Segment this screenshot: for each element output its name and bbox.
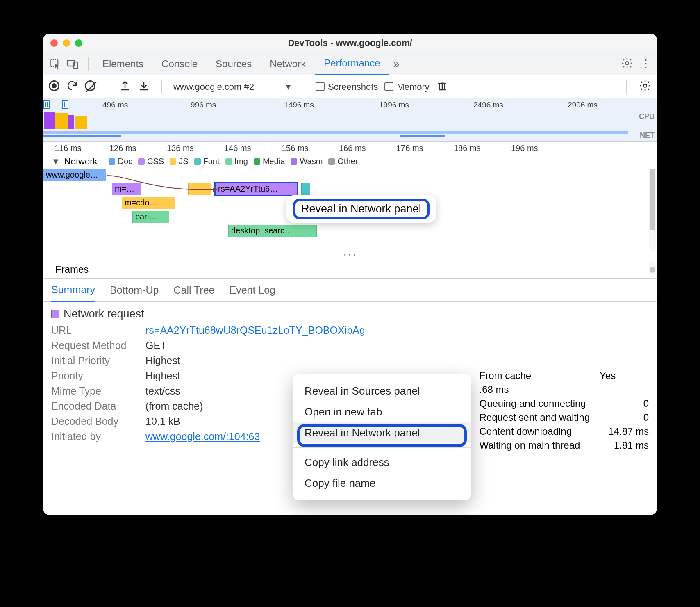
- kebab-menu-icon[interactable]: ⋮: [641, 57, 651, 70]
- request-bar-doc[interactable]: www.google…: [43, 169, 106, 181]
- request-bar-css[interactable]: m=…: [112, 183, 141, 195]
- initiated-by-link[interactable]: www.google.com/:104:63: [145, 431, 260, 442]
- subtab-call-tree[interactable]: Call Tree: [173, 279, 214, 302]
- record-button[interactable]: [49, 80, 59, 94]
- pane-resizer[interactable]: • • •: [43, 251, 657, 260]
- memory-checkbox[interactable]: Memory: [384, 82, 429, 92]
- initial-priority-label: Initial Priority: [51, 355, 145, 367]
- time-ruler[interactable]: 116 ms 126 ms 136 ms 146 ms 156 ms 166 m…: [43, 142, 657, 154]
- tab-performance[interactable]: Performance: [315, 52, 389, 75]
- timing-val: 1.81 ms: [600, 440, 649, 451]
- request-bar-css-selected[interactable]: rs=AA2YrTtu6…: [215, 183, 297, 195]
- ctx-reveal-sources[interactable]: Reveal in Sources panel: [293, 381, 471, 402]
- url-link[interactable]: rs=AA2YrTtu68wU8rQSEu1zLoTY_BOBOXibAg: [145, 324, 365, 336]
- timing-key: Content downloading: [479, 426, 590, 437]
- ruler-tick: 116 ms: [55, 144, 82, 153]
- ctx-separator: [293, 447, 471, 448]
- performance-toolbar: www.google.com #2 Screenshots Memory: [43, 75, 657, 98]
- overview-cpu-chart: [43, 110, 628, 137]
- divider: [304, 80, 304, 94]
- request-bar-js[interactable]: [188, 183, 211, 195]
- inspect-icon[interactable]: [49, 57, 62, 71]
- request-bar-font[interactable]: [301, 183, 310, 195]
- device-toggle-icon[interactable]: [66, 57, 79, 71]
- request-bar-img[interactable]: desktop_searc…: [228, 225, 317, 237]
- legend-label: Img: [234, 157, 248, 166]
- timing-val: 14.87 ms: [600, 426, 649, 437]
- subtab-summary[interactable]: Summary: [51, 279, 95, 302]
- clear-button[interactable]: [85, 80, 95, 94]
- summary-title: Network request: [64, 308, 144, 320]
- request-bar-js[interactable]: m=cdo…: [122, 197, 175, 209]
- initial-priority-value: Highest: [145, 355, 649, 367]
- network-track-header[interactable]: ▼ Network Doc CSS JS Font Img Media Wasm…: [43, 154, 657, 169]
- hover-tooltip: Reveal in Network panel: [286, 195, 436, 223]
- devtools-window: DevTools - www.google.com/ Elements Cons…: [43, 34, 657, 515]
- timing-val: 0: [600, 412, 649, 423]
- overview-tick: 996 ms: [191, 100, 216, 110]
- ctx-copy-filename[interactable]: Copy file name: [293, 473, 471, 494]
- range-handle-left[interactable]: [43, 100, 50, 109]
- request-bar-img[interactable]: pari…: [132, 211, 169, 223]
- legend-label: Wasm: [300, 157, 323, 166]
- overview-net-label: NET: [640, 131, 655, 140]
- ruler-tick: 126 ms: [109, 144, 136, 153]
- ruler-tick: 196 ms: [511, 144, 538, 153]
- zoom-dot[interactable]: [75, 39, 82, 47]
- panel-settings-gear-icon[interactable]: [639, 80, 651, 94]
- flame-scrollbar[interactable]: [649, 169, 656, 251]
- divider: [88, 57, 89, 71]
- scroll-thumb[interactable]: [650, 169, 655, 230]
- network-flame-chart[interactable]: www.google… m=… m=cdo… pari… rs=AA2YrTtu…: [43, 169, 657, 251]
- ctx-open-new-tab[interactable]: Open in new tab: [293, 402, 471, 422]
- ruler-tick: 186 ms: [454, 144, 481, 153]
- overview-tick: 2996 ms: [568, 100, 598, 110]
- method-label: Request Method: [51, 340, 145, 351]
- tab-sources[interactable]: Sources: [207, 52, 261, 75]
- range-handle-right[interactable]: [62, 100, 68, 109]
- timeline-overview[interactable]: 496 ms 996 ms 1496 ms 1996 ms 2496 ms 29…: [43, 98, 657, 142]
- traffic-lights: [50, 39, 82, 47]
- ctx-copy-link[interactable]: Copy link address: [293, 452, 471, 473]
- mime-label: Mime Type: [51, 385, 145, 397]
- tooltip-text: Reveal in Network panel: [301, 203, 421, 215]
- legend-label: Doc: [118, 157, 132, 166]
- priority-label: Priority: [51, 370, 145, 382]
- tab-network[interactable]: Network: [261, 52, 315, 75]
- close-dot[interactable]: [50, 39, 58, 47]
- legend-label: CSS: [147, 157, 164, 166]
- minimize-dot[interactable]: [63, 39, 70, 47]
- timing-key: Queuing and connecting: [479, 398, 590, 409]
- from-cache-label: From cache: [479, 370, 590, 381]
- screenshots-label: Screenshots: [328, 82, 378, 92]
- decoded-label: Decoded Body: [51, 415, 145, 427]
- memory-label: Memory: [397, 82, 429, 92]
- subtab-bottom-up[interactable]: Bottom-Up: [110, 279, 159, 302]
- more-tabs-icon[interactable]: »: [393, 57, 400, 71]
- recording-selector[interactable]: www.google.com #2: [173, 82, 292, 92]
- tab-elements[interactable]: Elements: [93, 52, 152, 75]
- subtab-event-log[interactable]: Event Log: [230, 279, 276, 302]
- method-value: GET: [145, 340, 649, 351]
- window-title: DevTools - www.google.com/: [288, 38, 412, 48]
- collect-garbage-icon[interactable]: [436, 80, 448, 94]
- tab-console[interactable]: Console: [152, 52, 207, 75]
- url-label: URL: [51, 324, 145, 336]
- collapse-arrow-icon[interactable]: ▼: [51, 156, 60, 167]
- ruler-tick: 156 ms: [282, 144, 309, 153]
- context-menu: Reveal in Sources panel Open in new tab …: [293, 374, 471, 500]
- screenshots-checkbox[interactable]: Screenshots: [316, 82, 378, 92]
- legend-label: Font: [203, 157, 220, 166]
- reload-button[interactable]: [66, 80, 78, 94]
- initiated-by-label: Initiated by: [51, 431, 145, 443]
- download-icon[interactable]: [138, 80, 150, 94]
- overview-tick: 1496 ms: [284, 100, 314, 110]
- color-swatch: [51, 310, 59, 318]
- frames-label: Frames: [55, 264, 89, 275]
- settings-gear-icon[interactable]: [621, 57, 633, 71]
- frames-track[interactable]: Frames: [43, 260, 657, 279]
- divider: [107, 80, 107, 94]
- upload-icon[interactable]: [119, 80, 131, 94]
- frames-scrollbar[interactable]: [649, 261, 656, 278]
- svg-point-3: [625, 62, 629, 65]
